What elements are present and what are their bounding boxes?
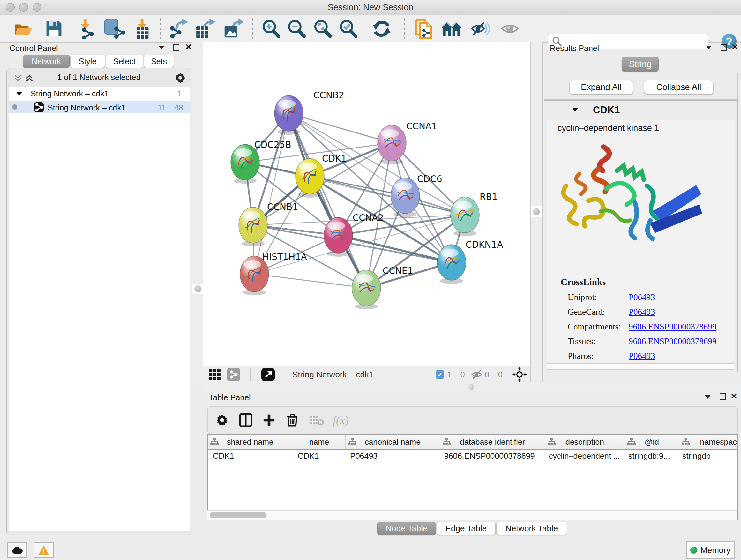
export-table-icon[interactable] — [195, 19, 215, 39]
crosslink-link[interactable]: P06493 — [629, 307, 655, 317]
network-node-CCNB1[interactable] — [239, 207, 267, 243]
network-edge-CCNB2-HIST1H1A[interactable] — [254, 113, 289, 274]
cloud-button[interactable] — [7, 543, 27, 558]
network-edge-CCNE1-HIST1H1A[interactable] — [254, 274, 366, 288]
homes-icon[interactable] — [441, 20, 462, 37]
results-panel-title: Results Panel — [550, 44, 599, 53]
expand-all-button[interactable]: Expand All — [569, 80, 633, 94]
control-panel-close-icon[interactable]: ✕ — [185, 44, 192, 50]
gene-section-caret[interactable] — [572, 108, 578, 112]
network-overview-icon[interactable] — [227, 368, 240, 381]
network-node-CCNE1[interactable] — [352, 270, 381, 306]
tab-select[interactable]: Select — [106, 55, 143, 68]
network-edge-CCNA2-CDKN1A[interactable] — [338, 235, 452, 262]
memory-status-dot — [690, 547, 697, 554]
network-options-gear-icon[interactable] — [175, 72, 186, 84]
collapse-all-button[interactable]: Collapse All — [644, 80, 714, 94]
network-node-RB1[interactable] — [451, 197, 479, 233]
zoom-in-icon[interactable] — [262, 19, 280, 38]
table-panel-float-icon[interactable] — [720, 393, 726, 400]
hide-unhide-icon[interactable] — [470, 20, 489, 37]
network-node-CDK1[interactable] — [295, 159, 324, 194]
import-database-icon[interactable] — [103, 18, 127, 39]
table-panel-close-icon[interactable]: ✕ — [731, 393, 738, 399]
crosslink-link[interactable]: P06493 — [629, 293, 655, 302]
tab-string[interactable]: String — [622, 57, 659, 72]
zoom-fit-icon[interactable] — [313, 19, 332, 38]
tab-style[interactable]: Style — [70, 55, 105, 68]
fit-content-crosshair-icon[interactable] — [512, 367, 527, 382]
create-column-icon[interactable] — [263, 414, 275, 427]
column-header-name[interactable]: name — [293, 435, 346, 449]
column-header-@id[interactable]: @id — [625, 435, 679, 449]
column-header-description[interactable]: description — [545, 435, 625, 449]
node-table[interactable]: shared namenamecanonical namedatabase id… — [207, 434, 738, 520]
tab-node-table[interactable]: Node Table — [377, 522, 436, 535]
left-splitter-grip[interactable] — [192, 284, 203, 294]
open-session-icon[interactable] — [14, 21, 32, 37]
column-header-shared-name[interactable]: shared name — [208, 435, 293, 449]
horizontal-splitter-grip[interactable] — [469, 384, 474, 390]
table-scrollbar-thumb[interactable] — [210, 512, 266, 518]
column-header-canonical-name[interactable]: canonical name — [346, 435, 440, 449]
network-graph[interactable]: CCNB2CCNA1CDC25BCDK1CDC6RB1CCNB1CCNA2CDK… — [203, 43, 530, 366]
zoom-out-icon[interactable] — [287, 19, 306, 38]
right-splitter-grip[interactable] — [531, 206, 542, 217]
results-panel: Results Panel ✕ String Expand All Collap… — [542, 43, 741, 382]
network-node-CDC6[interactable] — [391, 178, 420, 213]
column-label: description — [565, 437, 604, 447]
warnings-button[interactable] — [34, 543, 54, 558]
right-splitter[interactable] — [530, 43, 542, 382]
zoom-selected-icon[interactable] — [339, 19, 357, 38]
delete-column-icon[interactable] — [286, 413, 298, 427]
crosslink-link[interactable]: 9606.ENSP00000378699 — [629, 336, 717, 347]
grid-view-icon[interactable] — [209, 368, 221, 381]
network-node-CCNA2[interactable] — [324, 217, 353, 253]
tab-network-table[interactable]: Network Table — [496, 522, 567, 535]
selected-checkbox-icon[interactable]: ✓ — [435, 370, 444, 379]
network-manager-box: 1 of 1 Network selected String Network –… — [6, 68, 192, 536]
export-image-icon[interactable] — [223, 19, 243, 39]
tab-edge-table[interactable]: Edge Table — [436, 522, 495, 535]
table-cell: 9606.ENSP00000378699 — [439, 450, 544, 462]
control-panel-collapse-icon[interactable] — [158, 46, 164, 50]
save-session-icon[interactable] — [45, 20, 63, 37]
network-collection-row[interactable]: String Network – cdk1 1 — [9, 87, 190, 101]
network-from-clipboard-icon[interactable] — [414, 18, 433, 39]
network-node-CCNA1[interactable] — [378, 125, 406, 161]
memory-button[interactable]: Memory — [686, 542, 735, 559]
results-scrollbar-track[interactable] — [547, 363, 734, 370]
crosslink-link[interactable]: P06493 — [629, 351, 655, 361]
import-network-icon[interactable] — [77, 19, 96, 39]
network-row-selected[interactable]: String Network – cdk1 11 48 — [9, 101, 190, 113]
left-splitter[interactable] — [192, 43, 204, 382]
table-horizontal-scrollbar[interactable] — [207, 510, 737, 520]
table-row[interactable]: CDK1CDK1P064939606.ENSP00000378699cyclin… — [208, 450, 738, 462]
export-network-icon[interactable] — [169, 19, 188, 39]
results-panel-collapse-icon[interactable] — [706, 46, 712, 50]
results-panel-close-icon[interactable]: ✕ — [731, 44, 738, 50]
network-node-CDKN1A[interactable] — [437, 245, 466, 280]
table-panel-collapse-icon[interactable] — [705, 395, 711, 399]
column-header-namespace[interactable]: namespace — [679, 435, 738, 449]
horizontal-splitter[interactable] — [203, 382, 741, 391]
show-graphics-details-icon[interactable] — [501, 22, 519, 35]
tab-network[interactable]: Network — [23, 55, 70, 68]
import-table-icon[interactable] — [133, 19, 152, 39]
control-panel-float-icon[interactable] — [173, 44, 179, 51]
clear-table-icon[interactable] — [309, 415, 324, 426]
column-header-database-identifier[interactable]: database identifier — [440, 435, 545, 449]
crosslink-link[interactable]: 9606.ENSP00000378699 — [629, 322, 717, 332]
show-columns-icon[interactable] — [239, 413, 253, 427]
refresh-icon[interactable] — [372, 20, 391, 38]
table-options-gear-icon[interactable] — [216, 414, 228, 427]
hidden-eye-icon[interactable] — [471, 369, 483, 380]
network-view-dot-icon — [12, 105, 17, 110]
results-panel-float-icon[interactable] — [721, 44, 727, 51]
collection-expand-caret[interactable] — [16, 91, 22, 96]
tab-sets[interactable]: Sets — [144, 55, 174, 68]
network-canvas[interactable]: CCNB2CCNA1CDC25BCDK1CDC6RB1CCNB1CCNA2CDK… — [203, 43, 530, 366]
network-node-CCNB2[interactable] — [274, 96, 303, 131]
column-label: shared name — [227, 437, 273, 447]
birds-eye-view-icon[interactable] — [261, 368, 275, 381]
